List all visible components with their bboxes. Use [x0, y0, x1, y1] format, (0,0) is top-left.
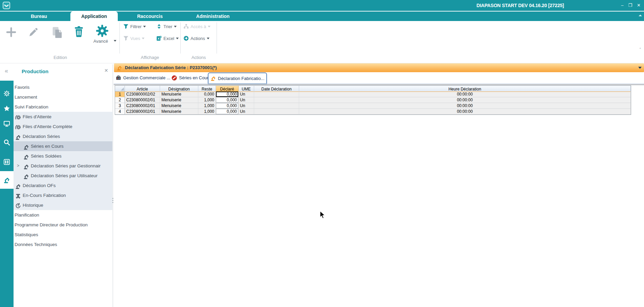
- app-logo-icon[interactable]: [3, 2, 10, 9]
- filter-caret-icon[interactable]: [143, 26, 146, 27]
- nav-item-label: Séries Soldées: [31, 151, 62, 161]
- sidebar-nav-item[interactable]: Données Techniques: [14, 240, 112, 249]
- rail-search-icon[interactable]: [0, 135, 14, 150]
- advanced-label[interactable]: Avancé: [93, 39, 108, 44]
- sidebar-nav-item[interactable]: Planification: [14, 210, 112, 220]
- sidebar-nav-item[interactable]: En-Cours Fabrication: [14, 190, 112, 200]
- grid-cell[interactable]: 00:00:00: [299, 109, 631, 115]
- rail-wheel-icon[interactable]: [0, 86, 14, 101]
- row-number-cell[interactable]: 4: [115, 109, 125, 115]
- sidebar-nav-item[interactable]: Historique: [14, 200, 112, 210]
- grid-cell[interactable]: Menuiserie: [160, 97, 198, 103]
- grid-cell[interactable]: 00:00:00: [299, 97, 631, 103]
- document-tab[interactable]: Séries en Cours: [170, 73, 213, 82]
- document-header-bar[interactable]: Déclaration Fabrication Série : P2337000…: [114, 63, 644, 72]
- views-button[interactable]: Vues: [123, 35, 145, 42]
- row-number-cell[interactable]: 1: [115, 91, 125, 97]
- grid-cell[interactable]: 1,000: [198, 109, 216, 115]
- close-button[interactable]: ✕: [637, 2, 641, 8]
- rail-columns-icon[interactable]: [0, 155, 14, 169]
- arm-icon: [15, 134, 21, 139]
- strip-collapse-icon[interactable]: [639, 15, 642, 16]
- rail-production-icon[interactable]: [0, 171, 14, 189]
- sidebar-nav-item[interactable]: Lancement: [14, 92, 112, 102]
- grid-cell[interactable]: Un: [239, 109, 254, 115]
- sidebar-nav-item[interactable]: Séries Soldées: [14, 151, 112, 161]
- sidebar-nav-item[interactable]: Séries en Cours: [14, 141, 112, 151]
- add-icon[interactable]: [6, 27, 16, 37]
- org-chart-icon: [183, 24, 189, 29]
- grid-cell[interactable]: 0,000: [216, 109, 239, 115]
- grid-corner-cell[interactable]: [115, 86, 125, 91]
- grid-cell[interactable]: 1,000: [198, 103, 216, 109]
- grid-cell[interactable]: Menuiserie: [160, 91, 198, 97]
- tab-application[interactable]: Application: [70, 12, 118, 21]
- sidebar-nav-item[interactable]: Déclaration Séries par Utilisateur: [14, 171, 112, 181]
- sidebar-nav-item[interactable]: Déclaration Séries: [14, 131, 112, 141]
- grid-cell[interactable]: 0,000: [216, 97, 239, 103]
- grid-cell[interactable]: Menuiserie: [160, 103, 198, 109]
- grid-cell[interactable]: C230800002/01: [125, 97, 160, 103]
- document-tab[interactable]: Déclaration Fabricatio...: [208, 73, 267, 84]
- sort-caret-icon[interactable]: [174, 26, 177, 27]
- edit-pencil-icon[interactable]: [28, 26, 39, 38]
- access-button[interactable]: Accès à: [183, 23, 210, 30]
- grid-cell[interactable]: 0,000: [216, 91, 239, 97]
- document-header-caret-icon[interactable]: [638, 67, 642, 69]
- tab-raccourcis[interactable]: Raccourcis: [135, 12, 164, 21]
- sidebar-nav-item[interactable]: Suivi Fabrication: [14, 102, 112, 112]
- grid-cell[interactable]: 00:00:00: [299, 103, 631, 109]
- rail-monitor-icon[interactable]: [0, 116, 14, 131]
- sidebar-nav-item[interactable]: Favoris: [14, 82, 112, 92]
- grid-cell[interactable]: Menuiserie: [160, 109, 198, 115]
- rail-star-icon[interactable]: [0, 101, 14, 116]
- grid-cell[interactable]: 00:00:00: [299, 91, 631, 97]
- grid-cell[interactable]: C230800002/02: [125, 91, 160, 97]
- sidebar-nav-item[interactable]: Déclaration OFs: [14, 181, 112, 190]
- splitter-handle-icon[interactable]: [112, 198, 114, 205]
- nav-item-label: Déclaration Séries: [23, 131, 60, 141]
- grid-cell[interactable]: 0,000: [198, 91, 216, 97]
- sidebar-close-icon[interactable]: ✕: [104, 68, 108, 73]
- tab-bureau[interactable]: Bureau: [25, 12, 52, 21]
- sidebar-nav-item[interactable]: Statistiques: [14, 230, 112, 240]
- grid-cell[interactable]: [254, 103, 299, 109]
- ribbon-collapse-icon[interactable]: ⌃: [639, 48, 642, 50]
- row-number-cell[interactable]: 2: [115, 97, 125, 103]
- expander-icon[interactable]: >: [17, 161, 19, 171]
- grid-cell[interactable]: 1,000: [198, 97, 216, 103]
- grid-cell[interactable]: C230800002/01: [125, 109, 160, 115]
- sidebar-nav-item[interactable]: Programme Directeur de Production: [14, 220, 112, 230]
- actions-caret-icon[interactable]: [207, 38, 209, 39]
- minimize-button[interactable]: –: [621, 2, 623, 8]
- delete-trash-icon[interactable]: [73, 26, 85, 37]
- grid-cell[interactable]: C230800002/01: [125, 103, 160, 109]
- grid-cell[interactable]: [254, 109, 299, 115]
- document-tab[interactable]: Gestion Commerciale ...: [114, 73, 172, 82]
- advanced-caret-icon[interactable]: [114, 40, 116, 42]
- excel-button[interactable]: X Excel: [156, 35, 179, 42]
- tab-administration[interactable]: Administration: [194, 12, 232, 21]
- copy-icon[interactable]: [51, 26, 64, 39]
- grid-cell[interactable]: [254, 97, 299, 103]
- views-funnel-icon: [123, 36, 129, 41]
- maximize-button[interactable]: ❐: [628, 2, 632, 8]
- filter-button[interactable]: Filtrer: [123, 23, 146, 30]
- sort-button[interactable]: Trier: [156, 23, 177, 30]
- actions-button[interactable]: Actions: [183, 35, 209, 42]
- grid-cell[interactable]: 0,000: [216, 103, 239, 109]
- sidebar-nav-item[interactable]: > Déclaration Séries par Gestionnair: [14, 161, 112, 171]
- nav-item-label: Files d'Attente Complète: [23, 122, 72, 131]
- advanced-gear-icon[interactable]: [96, 24, 109, 37]
- row-number-cell[interactable]: 3: [115, 103, 125, 109]
- grid-cell[interactable]: Un: [239, 91, 254, 97]
- excel-caret-icon[interactable]: [176, 38, 179, 39]
- sidebar-nav-item[interactable]: Files d'Attente: [14, 112, 112, 122]
- sidebar-splitter[interactable]: [113, 64, 113, 307]
- grid-cell[interactable]: Un: [239, 97, 254, 103]
- sidebar-header: « Production ✕: [0, 66, 112, 79]
- sidebar-nav-item[interactable]: Files d'Attente Complète: [14, 122, 112, 131]
- sidebar-collapse-icon[interactable]: «: [5, 67, 8, 75]
- grid-cell[interactable]: Un: [239, 103, 254, 109]
- grid-cell[interactable]: [254, 91, 299, 97]
